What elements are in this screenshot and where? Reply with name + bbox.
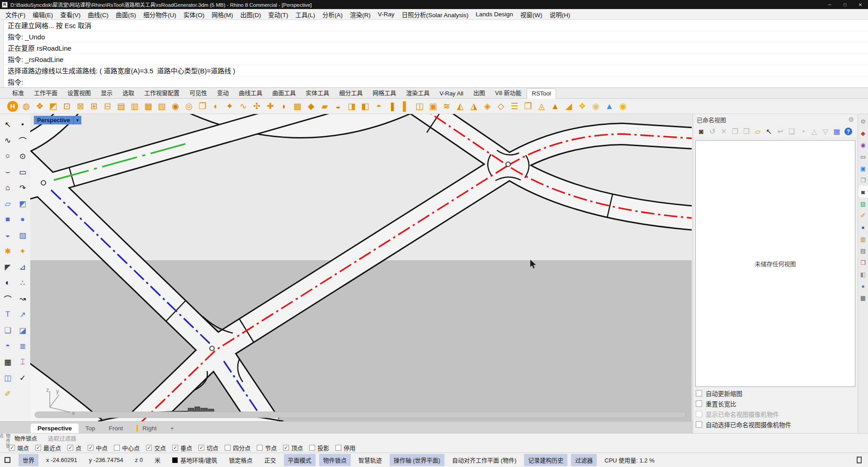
tool-icon[interactable]: ✦ xyxy=(16,245,29,257)
checkbox[interactable]: ✓ xyxy=(198,445,204,451)
checkbox[interactable] xyxy=(309,445,315,451)
rstool-icon[interactable]: ✚ xyxy=(264,100,277,113)
menu-item[interactable]: 曲线(C) xyxy=(84,10,112,19)
rstool-icon[interactable]: ◬ xyxy=(535,100,548,113)
toolbar-tab[interactable]: 变动 xyxy=(212,87,234,98)
tool-icon[interactable]: ◩ xyxy=(16,198,29,210)
rstool-icon[interactable]: ≋ xyxy=(440,100,453,113)
tool-icon[interactable]: ↝ xyxy=(16,293,29,305)
panel-tab-icon[interactable]: ● xyxy=(859,280,868,292)
rstool-icon[interactable]: ❖ xyxy=(33,100,46,113)
menu-item[interactable]: 变动(T) xyxy=(264,10,292,19)
tool-icon[interactable]: ● xyxy=(16,214,29,225)
osnap-tab[interactable]: 物件锁点 xyxy=(9,434,42,443)
toolbar-tab[interactable]: 曲线工具 xyxy=(234,87,267,98)
rstool-icon[interactable]: ⊟ xyxy=(101,100,114,113)
rstool-icon[interactable]: ▥ xyxy=(128,100,141,113)
toolbar-tab[interactable]: 细分工具 xyxy=(334,87,368,98)
viewport-tab[interactable]: Front xyxy=(102,424,130,433)
rstool-icon[interactable]: ◒ xyxy=(332,100,344,113)
tool-icon[interactable]: ✱ xyxy=(1,245,14,257)
status-item[interactable]: y -236.74754 xyxy=(85,455,127,465)
viewport-scrollbar[interactable] xyxy=(35,412,686,418)
osnap-side-tab[interactable]: 物件锁点 xyxy=(0,434,9,453)
tool-icon[interactable]: ◓ xyxy=(1,340,14,352)
panel-option[interactable]: 自动更新缩图 xyxy=(696,388,856,398)
panel-tab-icon[interactable]: ▦ xyxy=(859,292,868,304)
osnap-option[interactable]: ✓ 最近点 xyxy=(35,443,61,452)
status-item[interactable]: 米 xyxy=(151,454,165,466)
toolbar-tab[interactable]: V8 新功能 xyxy=(490,87,527,98)
tool-icon[interactable]: ↗ xyxy=(16,309,29,320)
rstool-icon[interactable]: ◧ xyxy=(359,100,372,113)
checkbox[interactable] xyxy=(257,445,263,451)
viewport-tab[interactable]: Perspective xyxy=(31,424,79,433)
viewport-title-label[interactable]: Perspective xyxy=(34,116,73,124)
panel-tab-icon[interactable]: ▥ xyxy=(859,233,868,245)
checkbox[interactable] xyxy=(696,400,702,407)
named-views-toolbar-icon[interactable]: ❒ xyxy=(741,126,752,137)
tool-icon[interactable]: ◫ xyxy=(1,372,14,384)
named-views-toolbar-icon[interactable]: ❐ xyxy=(730,126,741,137)
tool-icon[interactable]: ▱ xyxy=(1,198,14,210)
rstool-icon[interactable]: ☰ xyxy=(508,100,521,113)
checkbox[interactable] xyxy=(696,411,702,417)
named-views-toolbar-icon[interactable]: ✕ xyxy=(718,126,729,137)
gear-icon[interactable]: ⚙ xyxy=(848,116,854,123)
toolbar-tab[interactable]: 实体工具 xyxy=(301,87,334,98)
tool-icon[interactable]: ⊙ xyxy=(16,150,29,162)
rstool-icon[interactable]: ▧ xyxy=(156,100,168,113)
tool-icon[interactable]: ◐ xyxy=(1,277,14,289)
tool-icon[interactable]: ○ xyxy=(1,150,14,162)
menu-item[interactable]: 工具(L) xyxy=(292,10,319,19)
rstool-icon[interactable]: ◉ xyxy=(617,100,629,113)
toolbar-tab[interactable]: V-Ray All xyxy=(434,89,468,98)
checkbox[interactable]: ✓ xyxy=(9,445,15,451)
named-views-toolbar-icon[interactable]: ▱ xyxy=(752,126,763,137)
toolbar-tab[interactable]: 曲面工具 xyxy=(267,87,301,98)
status-item[interactable]: 正交 xyxy=(260,454,280,466)
menu-item[interactable]: V-Ray xyxy=(374,11,398,18)
rstool-icon[interactable]: ▲ xyxy=(603,100,616,113)
named-views-toolbar-icon[interactable]: ↺ xyxy=(707,126,718,137)
status-item[interactable]: z 0 xyxy=(131,455,147,465)
viewport-tab[interactable]: Right xyxy=(130,424,164,433)
menu-item[interactable]: 细分物件(U) xyxy=(140,10,180,19)
viewport-tab[interactable]: + xyxy=(164,424,181,433)
named-views-toolbar-icon[interactable]: ◔ xyxy=(797,126,808,137)
rstool-icon[interactable]: H xyxy=(7,101,18,112)
checkbox[interactable] xyxy=(696,390,702,396)
rstool-icon[interactable]: ◨ xyxy=(345,100,358,113)
command-prompt[interactable]: 指令: xyxy=(4,76,868,88)
toolbar-tab[interactable]: RSTool xyxy=(527,88,557,99)
osnap-option[interactable]: 四分点 xyxy=(225,443,250,452)
status-item[interactable]: x -24.60291 xyxy=(42,455,81,465)
rstool-icon[interactable]: ❖ xyxy=(576,100,589,113)
tool-icon[interactable]: • xyxy=(16,119,29,130)
status-item[interactable]: 操作轴 (世界平面) xyxy=(390,454,444,466)
tool-icon[interactable]: ⌶ xyxy=(16,356,29,368)
rstool-icon[interactable]: ◫ xyxy=(413,100,426,113)
checkbox[interactable]: ✓ xyxy=(172,445,178,451)
tool-icon[interactable]: ▭ xyxy=(16,166,29,178)
checkbox[interactable] xyxy=(335,445,341,451)
menu-item[interactable]: 实体(O) xyxy=(180,10,208,19)
rstool-icon[interactable]: ▩ xyxy=(291,100,304,113)
menu-item[interactable]: 文件(F) xyxy=(2,10,29,19)
close-button[interactable]: ✕ xyxy=(853,0,868,9)
toolbar-tab[interactable]: 可见性 xyxy=(184,87,212,98)
rstool-icon[interactable]: ◉ xyxy=(590,100,602,113)
rstool-icon[interactable]: ◭ xyxy=(454,100,467,113)
menu-item[interactable]: Lands Design xyxy=(472,11,517,18)
rstool-icon[interactable]: ◆ xyxy=(305,100,317,113)
tray-icon[interactable] xyxy=(857,457,862,463)
osnap-tab[interactable]: 选取过滤器 xyxy=(42,434,82,443)
rstool-icon[interactable]: ◉ xyxy=(169,100,182,113)
panel-tab-icon[interactable]: ◉ xyxy=(859,139,868,151)
menu-item[interactable]: 出图(D) xyxy=(237,10,265,19)
tool-icon[interactable]: ↖ xyxy=(1,119,14,130)
osnap-option[interactable]: ✓ 中点 xyxy=(88,443,108,452)
checkbox[interactable]: ✓ xyxy=(283,445,289,451)
tool-icon[interactable]: ◒ xyxy=(1,229,14,241)
rstool-icon[interactable]: ✦ xyxy=(223,100,236,113)
